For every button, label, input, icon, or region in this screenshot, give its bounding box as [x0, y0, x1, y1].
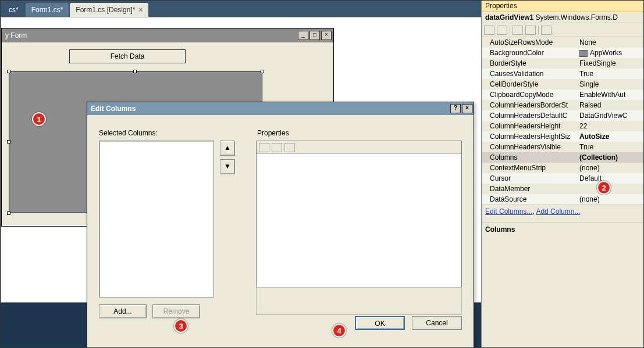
- annotation-badge-2: 2: [597, 181, 611, 195]
- close-icon[interactable]: ×: [462, 104, 472, 113]
- ok-button[interactable]: OK: [355, 316, 405, 330]
- close-icon[interactable]: ×: [138, 6, 143, 14]
- properties-icon[interactable]: [513, 26, 523, 35]
- fetch-data-button[interactable]: Fetch Data: [69, 49, 186, 63]
- property-row[interactable]: ClipboardCopyModeEnableWithAut: [482, 89, 643, 100]
- property-name: ContextMenuStrip: [482, 164, 577, 172]
- property-value[interactable]: AppWorks: [577, 49, 643, 57]
- selected-object-name: dataGridView1: [485, 13, 533, 21]
- property-row[interactable]: ContextMenuStrip(none): [482, 163, 643, 173]
- remove-button: Remove: [152, 304, 200, 318]
- selected-columns-label: Selected Columns:: [99, 129, 158, 137]
- property-row[interactable]: CursorDefault: [482, 173, 643, 184]
- properties-grid[interactable]: AutoSizeRowsModeNoneBackgroundColorAppWo…: [482, 37, 643, 205]
- property-value[interactable]: True: [577, 70, 643, 78]
- resize-handle[interactable]: [261, 70, 264, 73]
- dialog-window-buttons: ? ×: [450, 104, 472, 113]
- resize-handle[interactable]: [7, 140, 10, 143]
- propertypages-icon[interactable]: [284, 143, 295, 152]
- events-icon[interactable]: [525, 26, 536, 35]
- resize-handle[interactable]: [7, 70, 10, 73]
- cancel-button[interactable]: Cancel: [412, 316, 462, 330]
- property-name: Columns: [482, 153, 577, 162]
- close-icon[interactable]: ×: [321, 31, 332, 40]
- properties-title: Properties: [482, 1, 643, 12]
- minimize-icon[interactable]: _: [298, 31, 308, 40]
- dialog-property-grid[interactable]: [256, 141, 462, 297]
- properties-panel: Properties dataGridView1 System.Windows.…: [481, 1, 643, 348]
- property-value[interactable]: True: [577, 143, 643, 151]
- add-button[interactable]: Add...: [99, 304, 147, 318]
- properties-object-selector[interactable]: dataGridView1 System.Windows.Forms.D: [482, 12, 643, 23]
- property-row[interactable]: ColumnHeadersHeight22: [482, 121, 643, 131]
- property-value[interactable]: Raised: [577, 101, 643, 109]
- color-swatch-icon: [579, 50, 588, 57]
- resize-handle[interactable]: [133, 70, 137, 73]
- property-value[interactable]: EnableWithAut: [577, 91, 643, 99]
- property-name: DataSource: [482, 195, 577, 203]
- tab-form1-cs[interactable]: Form1.cs*: [26, 3, 69, 17]
- maximize-icon[interactable]: □: [309, 31, 320, 40]
- properties-description: Columns: [482, 223, 643, 264]
- dialog-title: Edit Columns: [91, 105, 136, 113]
- propertypages-icon[interactable]: [541, 26, 552, 35]
- tab-label: cs*: [9, 6, 19, 14]
- property-name: BackgroundColor: [482, 49, 577, 57]
- propgrid-toolbar: [257, 141, 461, 154]
- property-value[interactable]: Default: [577, 174, 643, 182]
- edit-columns-dialog: Edit Columns ? × Selected Columns: ▲ ▼ P…: [87, 102, 474, 348]
- property-name: CellBorderStyle: [482, 80, 577, 88]
- dialog-description-pane: [256, 287, 462, 315]
- property-name: ColumnHeadersBorderSt: [482, 101, 577, 109]
- property-name: ClipboardCopyMode: [482, 91, 577, 99]
- property-row[interactable]: ColumnHeadersBorderStRaised: [482, 100, 643, 110]
- property-value[interactable]: (none): [577, 164, 643, 172]
- window-buttons: _ □ ×: [298, 31, 332, 40]
- dialog-titlebar: Edit Columns ? ×: [87, 102, 474, 115]
- property-name: BorderStyle: [482, 59, 577, 67]
- property-value[interactable]: 22: [577, 122, 643, 130]
- categorized-icon[interactable]: [259, 143, 269, 152]
- categorized-icon[interactable]: [484, 26, 494, 35]
- tab-cs[interactable]: cs*: [3, 3, 24, 17]
- property-row[interactable]: DataMember: [482, 184, 643, 194]
- property-row[interactable]: AutoSizeRowsModeNone: [482, 37, 643, 48]
- property-value[interactable]: (none): [577, 195, 643, 203]
- property-row[interactable]: CellBorderStyleSingle: [482, 79, 643, 89]
- property-row[interactable]: ColumnHeadersDefaultCDataGridViewC: [482, 110, 643, 121]
- move-up-button[interactable]: ▲: [220, 141, 235, 156]
- property-name: DataMember: [482, 185, 577, 193]
- property-row[interactable]: DataSource(none): [482, 194, 643, 205]
- property-value[interactable]: AutoSize: [577, 132, 643, 141]
- property-row[interactable]: ColumnHeadersHeightSizAutoSize: [482, 131, 643, 142]
- annotation-badge-3: 3: [174, 319, 188, 333]
- tab-label: Form1.cs*: [31, 6, 63, 14]
- property-name: ColumnHeadersHeightSiz: [482, 132, 577, 141]
- property-value[interactable]: None: [577, 38, 643, 46]
- selected-columns-list[interactable]: [99, 141, 214, 297]
- property-name: Cursor: [482, 174, 577, 182]
- property-name: ColumnHeadersHeight: [482, 122, 577, 130]
- help-icon[interactable]: ?: [450, 104, 461, 113]
- property-row[interactable]: ColumnHeadersVisibleTrue: [482, 142, 643, 152]
- property-row[interactable]: BackgroundColorAppWorks: [482, 48, 643, 58]
- annotation-badge-4: 4: [332, 324, 346, 338]
- resize-handle[interactable]: [7, 211, 10, 215]
- form-titlebar: y Form _ □ ×: [2, 28, 333, 42]
- property-row[interactable]: Columns(Collection): [482, 152, 643, 163]
- add-column-link[interactable]: Add Column...: [536, 207, 580, 216]
- alphabetical-icon[interactable]: [272, 143, 282, 152]
- separator: [538, 26, 539, 35]
- property-value[interactable]: (Collection): [577, 153, 643, 162]
- tab-form1-design[interactable]: Form1.cs [Design]*×: [70, 3, 148, 17]
- properties-label: Properties: [257, 129, 289, 137]
- property-row[interactable]: BorderStyleFixedSingle: [482, 58, 643, 69]
- property-value[interactable]: Single: [577, 80, 643, 88]
- property-value[interactable]: FixedSingle: [577, 59, 643, 67]
- document-tabstrip: cs* Form1.cs* Form1.cs [Design]*×: [1, 1, 482, 17]
- edit-columns-link[interactable]: Edit Columns...: [485, 207, 532, 216]
- move-down-button[interactable]: ▼: [220, 159, 235, 174]
- property-value[interactable]: DataGridViewC: [577, 112, 643, 120]
- alphabetical-icon[interactable]: [497, 26, 507, 35]
- property-row[interactable]: CausesValidationTrue: [482, 69, 643, 79]
